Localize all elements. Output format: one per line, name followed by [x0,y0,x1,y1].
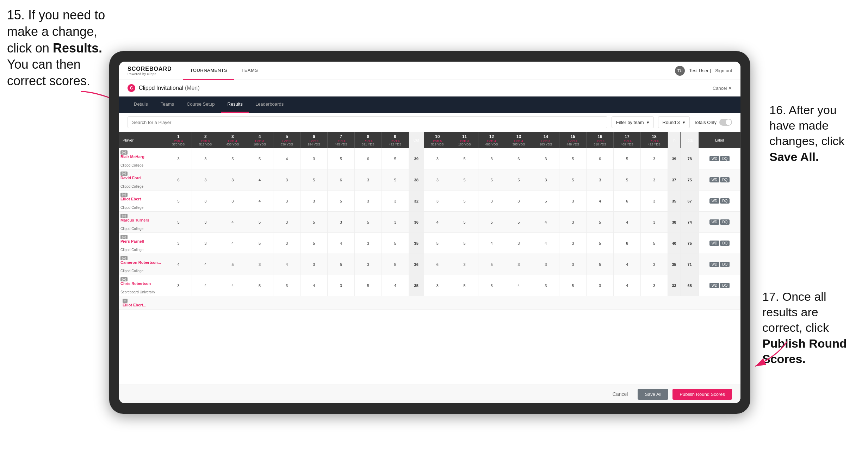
score-cell[interactable]: 5 [246,233,273,254]
nav-teams[interactable]: TEAMS [234,62,265,80]
score-cell[interactable]: 5 [327,148,354,169]
back-score-cell[interactable]: 3 [559,233,587,254]
publish-round-scores-button[interactable]: Publish Round Scores [672,389,732,400]
label-dq-button[interactable]: DQ [720,262,730,267]
back-score-cell[interactable]: 3 [478,191,505,212]
back-score-cell[interactable]: 4 [424,212,451,233]
score-cell[interactable]: 4 [192,254,219,275]
score-cell[interactable]: 4 [300,275,328,296]
save-all-button[interactable]: Save All [638,389,668,400]
score-cell[interactable]: 3 [273,191,300,212]
back-score-cell[interactable]: 3 [424,169,451,191]
tab-teams[interactable]: Teams [154,96,180,113]
back-score-cell[interactable]: 4 [532,233,559,254]
back-score-cell[interactable]: 3 [587,275,614,296]
score-cell[interactable]: 4 [327,233,354,254]
score-cell[interactable]: 4 [165,254,192,275]
back-score-cell[interactable]: 3 [424,191,451,212]
filter-team-dropdown[interactable]: Filter by team ▾ [612,116,654,128]
score-cell[interactable]: 3 [192,233,219,254]
tab-results[interactable]: Results [221,96,249,113]
score-cell[interactable]: 3 [192,212,219,233]
score-cell[interactable]: 4 [219,212,246,233]
score-cell[interactable]: 3 [165,148,192,169]
score-cell[interactable]: 3 [300,191,328,212]
back-score-cell[interactable]: 5 [505,212,532,233]
back-score-cell[interactable]: 6 [614,191,641,212]
score-cell[interactable]: 3 [354,233,382,254]
score-cell[interactable]: 3 [300,148,328,169]
score-cell[interactable]: 4 [382,275,409,296]
score-cell[interactable]: 3 [327,275,354,296]
score-cell[interactable]: 3 [273,233,300,254]
back-score-cell[interactable]: 6 [614,233,641,254]
score-cell[interactable]: 5 [165,212,192,233]
score-cell[interactable]: 3 [382,191,409,212]
back-score-cell[interactable]: 5 [505,169,532,191]
score-cell[interactable]: 3 [354,191,382,212]
score-cell[interactable]: 3 [219,169,246,191]
tab-course-setup[interactable]: Course Setup [180,96,221,113]
back-score-cell[interactable]: 3 [505,191,532,212]
back-score-cell[interactable]: 5 [451,275,478,296]
score-cell[interactable]: 3 [192,169,219,191]
label-dq-button[interactable]: DQ [720,241,730,246]
back-score-cell[interactable]: 4 [614,275,641,296]
back-score-cell[interactable]: 4 [532,212,559,233]
score-cell[interactable]: 3 [219,191,246,212]
label-dq-button[interactable]: DQ [720,177,730,182]
label-dq-button[interactable]: DQ [720,198,730,204]
back-score-cell[interactable]: 6 [424,254,451,275]
label-dq-button[interactable]: DQ [720,219,730,225]
back-score-cell[interactable]: 3 [640,148,668,169]
back-score-cell[interactable]: 5 [451,148,478,169]
back-score-cell[interactable]: 3 [559,212,587,233]
label-wd-button[interactable]: WD [709,262,720,267]
label-wd-button[interactable]: WD [709,177,720,182]
back-score-cell[interactable]: 3 [640,212,668,233]
back-score-cell[interactable]: 6 [505,148,532,169]
score-cell[interactable]: 5 [246,212,273,233]
back-score-cell[interactable]: 3 [640,169,668,191]
back-score-cell[interactable]: 5 [478,169,505,191]
totals-toggle-switch[interactable] [719,119,732,126]
label-wd-button[interactable]: WD [709,283,720,288]
back-score-cell[interactable]: 3 [559,191,587,212]
score-cell[interactable]: 4 [219,275,246,296]
signout-link[interactable]: Sign out [715,68,732,73]
tab-details[interactable]: Details [128,96,154,113]
score-cell[interactable]: 6 [165,169,192,191]
back-score-cell[interactable]: 3 [559,254,587,275]
score-cell[interactable]: 3 [273,169,300,191]
back-score-cell[interactable]: 3 [532,254,559,275]
score-cell[interactable]: 5 [327,191,354,212]
score-cell[interactable]: 3 [246,254,273,275]
label-wd-button[interactable]: WD [709,241,720,246]
back-score-cell[interactable]: 5 [587,212,614,233]
back-score-cell[interactable]: 3 [451,254,478,275]
back-score-cell[interactable]: 5 [451,212,478,233]
score-cell[interactable]: 4 [192,275,219,296]
score-cell[interactable]: 3 [273,275,300,296]
back-score-cell[interactable]: 5 [614,169,641,191]
score-cell[interactable]: 3 [354,169,382,191]
score-cell[interactable]: 5 [382,148,409,169]
back-score-cell[interactable]: 4 [505,275,532,296]
label-wd-button[interactable]: WD [709,156,720,161]
back-score-cell[interactable]: 4 [587,191,614,212]
round-dropdown[interactable]: Round 3 ▾ [658,116,690,128]
score-cell[interactable]: 5 [354,212,382,233]
back-score-cell[interactable]: 5 [559,148,587,169]
back-score-cell[interactable]: 5 [424,233,451,254]
back-score-cell[interactable]: 3 [640,275,668,296]
score-cell[interactable]: 5 [300,212,328,233]
score-cell[interactable]: 4 [246,169,273,191]
score-cell[interactable]: 6 [354,148,382,169]
back-score-cell[interactable]: 3 [532,275,559,296]
back-score-cell[interactable]: 6 [587,148,614,169]
back-score-cell[interactable]: 5 [559,169,587,191]
back-score-cell[interactable]: 5 [451,191,478,212]
back-score-cell[interactable]: 3 [532,169,559,191]
back-score-cell[interactable]: 5 [614,148,641,169]
score-cell[interactable]: 5 [354,275,382,296]
